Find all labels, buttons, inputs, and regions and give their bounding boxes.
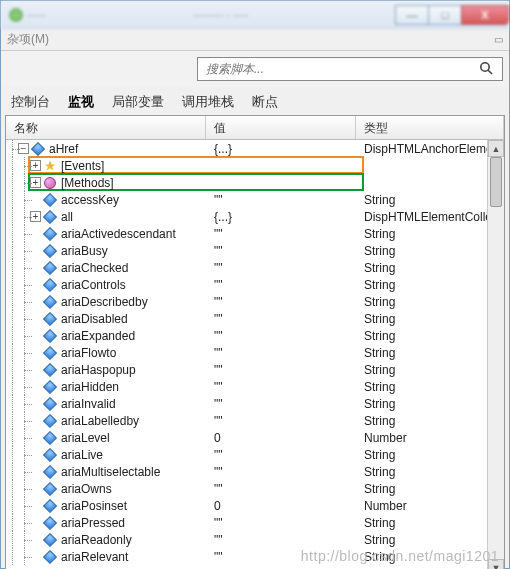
events-icon	[43, 159, 57, 173]
prop-type: String	[356, 227, 504, 241]
titlebar[interactable]: ······ ·········· · ····· — □ X	[1, 1, 509, 29]
tree-row[interactable]: ariaBusy""String	[6, 242, 504, 259]
tree-row[interactable]: ariaRelevant""String	[6, 548, 504, 565]
col-value[interactable]: 值	[206, 116, 356, 139]
tree-row[interactable]: ariaLive""String	[6, 446, 504, 463]
tree-row[interactable]: +[Events]	[6, 157, 504, 174]
menu-overflow-icon[interactable]: ▭	[494, 34, 503, 45]
menu-misc[interactable]: 杂项(M)	[7, 31, 49, 48]
tree-row[interactable]: ariaDescribedby""String	[6, 293, 504, 310]
prop-value: ""	[206, 482, 356, 496]
vertical-scrollbar[interactable]: ▲ ▼	[487, 140, 504, 569]
minimize-button[interactable]: —	[395, 5, 429, 25]
tree-row[interactable]: +[Methods]	[6, 174, 504, 191]
prop-value: {...}	[206, 210, 356, 224]
tree-connector	[6, 242, 18, 259]
prop-name: ariaPosinset	[61, 499, 127, 513]
tree-row[interactable]: ariaLabelledby""String	[6, 412, 504, 429]
tree-row[interactable]: ariaPressed""String	[6, 514, 504, 531]
prop-name: ariaControls	[61, 278, 126, 292]
diamond-icon	[43, 414, 57, 428]
tree-connector	[18, 497, 30, 514]
prop-value: ""	[206, 414, 356, 428]
tab-4[interactable]: 断点	[252, 93, 278, 115]
search-icon[interactable]	[478, 60, 496, 78]
tree-connector	[18, 463, 30, 480]
tree-row[interactable]: ariaPosinset0Number	[6, 497, 504, 514]
tree-connector	[6, 327, 18, 344]
tab-0[interactable]: 控制台	[11, 93, 50, 115]
tree-connector	[18, 344, 30, 361]
search-box[interactable]	[197, 57, 503, 81]
prop-name: ariaBusy	[61, 244, 108, 258]
tree-connector	[6, 174, 18, 191]
prop-type: String	[356, 346, 504, 360]
prop-type: String	[356, 533, 504, 547]
vscroll-thumb[interactable]	[490, 157, 502, 207]
tab-1[interactable]: 监视	[68, 93, 94, 115]
tree-connector	[18, 293, 30, 310]
prop-type: String	[356, 295, 504, 309]
tab-2[interactable]: 局部变量	[112, 93, 164, 115]
tree-connector	[18, 531, 30, 548]
tree-row[interactable]: ariaOwns""String	[6, 480, 504, 497]
tree-row[interactable]: +all{...}DispHTMLElementCollec	[6, 208, 504, 225]
tree-connector	[18, 174, 30, 191]
column-headers: 名称 值 类型	[6, 116, 504, 140]
close-button[interactable]: X	[461, 5, 509, 25]
col-name[interactable]: 名称	[6, 116, 206, 139]
methods-icon	[43, 176, 57, 190]
tree-connector	[6, 208, 18, 225]
diamond-icon	[43, 295, 57, 309]
tree-row[interactable]: ariaHaspopup""String	[6, 361, 504, 378]
prop-type: String	[356, 448, 504, 462]
tree-row[interactable]: −aHref{...}DispHTMLAnchorElement	[6, 140, 504, 157]
tree-row[interactable]: ariaReadonly""String	[6, 531, 504, 548]
tree-row[interactable]: ariaExpanded""String	[6, 327, 504, 344]
diamond-icon	[43, 227, 57, 241]
prop-type: String	[356, 550, 504, 564]
prop-value: ""	[206, 465, 356, 479]
searchbar	[1, 51, 509, 87]
tree-connector	[18, 548, 30, 565]
prop-name: ariaLabelledby	[61, 414, 139, 428]
tree-row[interactable]: ariaDisabled""String	[6, 310, 504, 327]
tree-connector	[6, 463, 18, 480]
tab-3[interactable]: 调用堆栈	[182, 93, 234, 115]
tree-connector	[6, 412, 18, 429]
scroll-up-icon[interactable]: ▲	[488, 140, 504, 157]
tree-row[interactable]: ariaChecked""String	[6, 259, 504, 276]
prop-type: Number	[356, 499, 504, 513]
vscroll-track[interactable]	[488, 157, 504, 559]
tree-row[interactable]: accessKey""String	[6, 191, 504, 208]
tree-connector	[18, 191, 30, 208]
tree-connector	[6, 480, 18, 497]
tree-row[interactable]: ariaInvalid""String	[6, 395, 504, 412]
tree-connector	[6, 191, 18, 208]
tree-row[interactable]: ariaMultiselectable""String	[6, 463, 504, 480]
tree-row[interactable]: ariaControls""String	[6, 276, 504, 293]
tree-row[interactable]: ariaFlowto""String	[6, 344, 504, 361]
diamond-icon	[43, 193, 57, 207]
tree[interactable]: −aHref{...}DispHTMLAnchorElement+[Events…	[6, 140, 504, 569]
diamond-icon	[43, 244, 57, 258]
search-input[interactable]	[206, 62, 478, 76]
tree-connector	[6, 344, 18, 361]
prop-name: ariaReadonly	[61, 533, 132, 547]
tree-connector	[18, 412, 30, 429]
prop-value: ""	[206, 193, 356, 207]
prop-value: ""	[206, 380, 356, 394]
col-type[interactable]: 类型	[356, 116, 504, 139]
tree-row[interactable]: ariaActivedescendant""String	[6, 225, 504, 242]
prop-name: aHref	[49, 142, 78, 156]
prop-name: ariaHidden	[61, 380, 119, 394]
maximize-button[interactable]: □	[428, 5, 462, 25]
tree-connector	[18, 514, 30, 531]
tree-connector	[6, 310, 18, 327]
tree-connector	[6, 497, 18, 514]
tree-row[interactable]: ariaLevel0Number	[6, 429, 504, 446]
tree-connector	[18, 242, 30, 259]
tree-connector	[18, 378, 30, 395]
scroll-down-icon[interactable]: ▼	[488, 559, 504, 569]
tree-row[interactable]: ariaHidden""String	[6, 378, 504, 395]
